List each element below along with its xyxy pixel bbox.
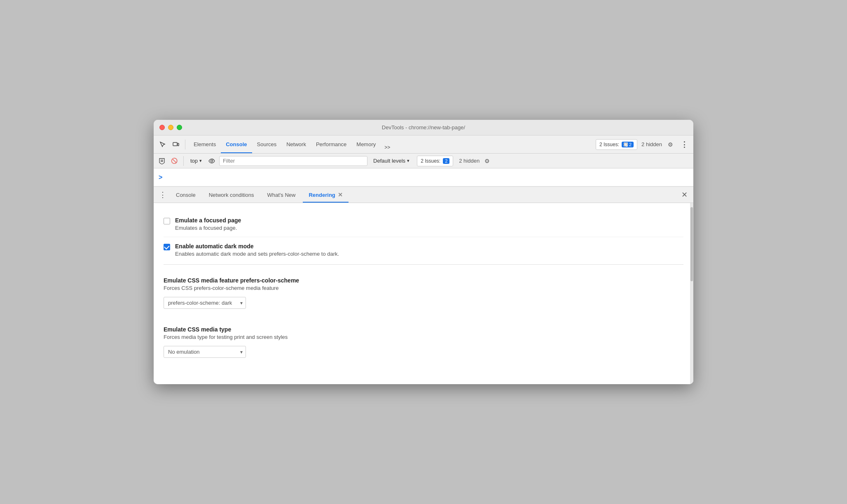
tab-memory[interactable]: Memory [351,135,381,153]
console-issues-badge[interactable]: 2 Issues: 2 [417,156,453,166]
devtools-window: DevTools - chrome://new-tab-page/ Elemen… [154,120,693,384]
context-selector[interactable]: top ▾ [188,157,204,165]
media-type-title: Emulate CSS media type [164,326,683,333]
toolbar-separator-2 [183,156,184,166]
console-input-area: > [154,168,693,187]
levels-dropdown-icon: ▾ [407,158,409,163]
dark-mode-title: Enable automatic dark mode [175,243,683,250]
drawer-tab-whats-new[interactable]: What's New [262,187,302,203]
inspect-icon[interactable] [157,139,168,150]
drawer-tab-network-conditions[interactable]: Network conditions [203,187,260,203]
device-toggle-icon[interactable] [170,139,182,150]
svg-text:💬: 💬 [624,142,628,147]
focused-page-checkbox[interactable] [164,218,170,224]
maximize-button[interactable] [177,125,182,130]
scrollbar-thumb[interactable] [690,207,693,281]
drawer-tab-console[interactable]: Console [170,187,201,203]
focused-page-title: Emulate a focused page [175,217,683,224]
drawer-toolbar: ⋮ Console Network conditions What's New … [154,187,693,203]
titlebar: DevTools - chrome://new-tab-page/ [154,120,693,135]
rendering-tab-close-icon[interactable]: ✕ [338,191,343,198]
drawer-more-button[interactable]: ⋮ [157,189,168,201]
toolbar-right: 2 Issues: 💬 2 2 hidden ⚙ ⋮ [596,139,690,150]
focused-page-option: Emulate a focused page Emulates a focuse… [164,211,683,237]
tab-performance[interactable]: Performance [311,135,351,153]
svg-rect-0 [173,142,177,146]
svg-point-7 [211,160,213,162]
tab-sources[interactable]: Sources [252,135,282,153]
svg-rect-1 [178,143,179,146]
color-scheme-dropdown[interactable]: prefers-color-scheme: dark No emulation … [164,297,246,309]
tab-network[interactable]: Network [281,135,311,153]
minimize-button[interactable] [168,125,173,130]
close-button[interactable] [159,125,165,130]
dark-mode-option: Enable automatic dark mode Enables autom… [164,237,683,263]
more-options-button[interactable]: ⋮ [679,139,690,150]
toolbar-separator-1 [185,140,185,149]
console-settings-button[interactable]: ⚙ [482,156,492,166]
window-title: DevTools - chrome://new-tab-page/ [382,124,465,131]
color-scheme-title: Emulate CSS media feature prefers-color-… [164,277,683,284]
dark-mode-desc: Enables automatic dark mode and sets pre… [175,251,683,257]
focused-page-checkbox-wrapper [164,218,170,224]
hidden-count: 2 hidden [641,141,662,147]
scrollbar[interactable] [690,203,693,384]
main-toolbar: Elements Console Sources Network Perform… [154,135,693,154]
console-issues-count: 2 [443,158,449,164]
tab-console[interactable]: Console [221,135,252,153]
color-scheme-section: Emulate CSS media feature prefers-color-… [164,271,683,309]
media-type-desc: Forces media type for testing print and … [164,334,683,340]
default-levels-button[interactable]: Default levels ▾ [370,157,413,165]
issues-count: 💬 2 [622,142,634,147]
eye-icon[interactable] [207,156,217,166]
dark-mode-checkbox[interactable] [164,244,170,250]
focused-page-desc: Emulates a focused page. [175,225,683,231]
media-type-section: Emulate CSS media type Forces media type… [164,320,683,358]
dark-mode-checkbox-wrapper [164,244,170,250]
context-dropdown-icon: ▾ [199,158,202,163]
console-prompt-icon: > [159,174,162,181]
dark-mode-text: Enable automatic dark mode Enables autom… [175,243,683,257]
filter-input[interactable] [219,156,367,166]
drawer-tab-rendering[interactable]: Rendering ✕ [303,187,348,203]
media-type-dropdown-wrapper: No emulation print screen [164,346,246,358]
traffic-lights [159,125,182,130]
color-scheme-dropdown-wrapper: prefers-color-scheme: dark No emulation … [164,297,246,309]
rendering-content: Emulate a focused page Emulates a focuse… [154,203,693,384]
console-toolbar: 🚫 top ▾ Default levels ▾ 2 Issues: 2 2 h… [154,154,693,168]
tab-list: Elements Console Sources Network Perform… [189,135,594,153]
drawer-close-button[interactable]: ✕ [679,189,690,201]
clear-console-button[interactable] [157,156,167,166]
focused-page-text: Emulate a focused page Emulates a focuse… [175,217,683,231]
block-icon[interactable]: 🚫 [169,156,179,166]
more-tabs-button[interactable]: >> [381,142,393,153]
console-hidden-count: 2 hidden [459,158,480,164]
tab-elements[interactable]: Elements [189,135,221,153]
media-type-dropdown[interactable]: No emulation print screen [164,346,246,358]
section-divider-1 [164,264,683,265]
settings-button[interactable]: ⚙ [664,139,676,150]
color-scheme-desc: Forces CSS prefers-color-scheme media fe… [164,285,683,291]
issues-badge[interactable]: 2 Issues: 💬 2 [596,139,637,150]
